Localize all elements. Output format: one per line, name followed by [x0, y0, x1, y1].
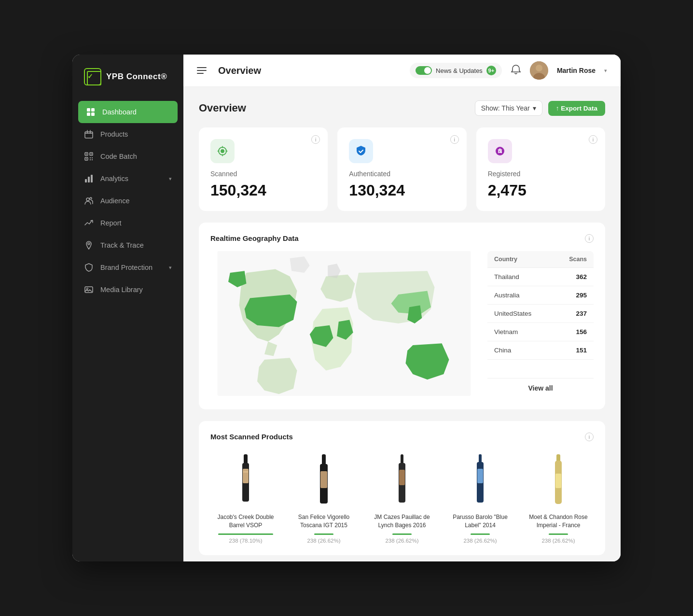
geo-title: Realtime Geography Data	[210, 234, 594, 242]
svg-rect-36	[479, 454, 482, 463]
product-bar	[392, 533, 411, 535]
stat-value: 150,324	[210, 182, 316, 199]
grid-icon	[86, 107, 96, 117]
avatar	[530, 61, 548, 80]
logo: YPB Connect®	[72, 55, 183, 97]
product-stats: 238 (26.62%)	[541, 538, 575, 544]
auth-icon-wrap	[349, 139, 373, 163]
product-stats: 238 (26.62%)	[463, 538, 497, 544]
info-icon: i	[311, 135, 320, 144]
svg-rect-8	[86, 154, 87, 154]
product-image	[317, 449, 331, 507]
svg-rect-33	[401, 454, 403, 464]
product-stats: 238 (26.62%)	[307, 538, 340, 544]
users-icon	[84, 196, 94, 206]
svg-rect-2	[87, 112, 90, 116]
scan-icon-wrap	[210, 139, 235, 163]
sidebar-item-label: Products	[100, 130, 128, 138]
stat-label: Scanned	[210, 170, 316, 178]
sidebar-item-label: Audience	[100, 197, 129, 205]
most-scanned-section: i Most Scanned Products Jacob's Cre	[199, 421, 605, 555]
svg-rect-28	[243, 469, 249, 483]
sidebar-item-audience[interactable]: Audience	[72, 190, 183, 212]
product-name: Parusso Barolo "Blue Label" 2014	[445, 513, 515, 530]
product-image	[238, 449, 253, 507]
svg-rect-39	[556, 454, 560, 462]
table-row: Vietnam 156	[487, 323, 594, 341]
svg-rect-13	[91, 175, 93, 182]
svg-rect-32	[320, 471, 327, 488]
world-map	[210, 251, 478, 398]
content-area: Overview Show: This Year ▾ ↑ Export Data…	[183, 87, 621, 561]
chevron-down-icon: ▾	[533, 104, 536, 112]
product-name: JM Cazes Pauillac de Lynch Bages 2016	[367, 513, 437, 530]
topbar: Overview News & Updates 9+	[183, 55, 621, 87]
svg-point-14	[86, 198, 89, 201]
svg-rect-30	[322, 454, 326, 465]
info-icon: i	[589, 135, 597, 144]
svg-rect-12	[88, 177, 90, 182]
news-badge: 9+	[486, 66, 496, 75]
product-image	[552, 449, 565, 507]
stat-card-registered: i Registered 2,475	[476, 127, 605, 211]
stat-card-authenticated: i Authenticated 130,324	[337, 127, 466, 211]
page-title: Overview	[218, 65, 402, 76]
export-button[interactable]: ↑ Export Data	[548, 101, 605, 116]
logo-icon	[84, 68, 101, 85]
topbar-right: News & Updates 9+ Martin Ros	[410, 61, 607, 80]
product-image	[395, 449, 409, 507]
product-card: Jacob's Creek Double Barrel VSOP 238 (78…	[210, 449, 281, 544]
sidebar-item-dashboard[interactable]: Dashboard	[78, 101, 178, 123]
sidebar-item-label: Code Batch	[100, 153, 137, 160]
stat-label: Authenticated	[349, 170, 455, 178]
reg-icon-wrap	[488, 139, 512, 163]
user-menu-chevron[interactable]: ▾	[604, 68, 607, 74]
bell-icon[interactable]	[511, 64, 521, 77]
svg-rect-29	[243, 471, 248, 473]
chart-icon	[84, 174, 94, 183]
show-selector[interactable]: Show: This Year ▾	[475, 100, 542, 116]
sidebar-item-code-batch[interactable]: Code Batch	[72, 145, 183, 168]
overview-title: Overview	[199, 102, 246, 114]
product-bar	[314, 533, 333, 535]
sidebar-item-label: Media Library	[100, 286, 143, 294]
product-card: Parusso Barolo "Blue Label" 2014 238 (26…	[445, 449, 515, 544]
sidebar-item-label: Report	[100, 219, 122, 227]
product-name: San Felice Vigorello Toscana IGT 2015	[289, 513, 359, 530]
sidebar-item-products[interactable]: Products	[72, 123, 183, 145]
product-card: Moet & Chandon Rose Imperial - France 23…	[523, 449, 594, 544]
qr-icon	[84, 152, 94, 161]
user-name: Martin Rose	[557, 67, 596, 74]
sidebar-item-analytics[interactable]: Analytics ▾	[72, 168, 183, 190]
product-name: Moet & Chandon Rose Imperial - France	[523, 513, 594, 530]
sidebar-item-brand-protection[interactable]: Brand Protection ▾	[72, 256, 183, 279]
svg-point-15	[90, 197, 92, 199]
stat-card-scanned: i Scanned 150,324	[199, 127, 328, 211]
menu-icon[interactable]	[197, 67, 207, 74]
product-card: San Felice Vigorello Toscana IGT 2015 23…	[289, 449, 359, 544]
product-bar	[218, 533, 273, 535]
map-svg	[210, 251, 478, 396]
most-scanned-title: Most Scanned Products	[210, 433, 594, 441]
sidebar-nav: Dashboard Products	[72, 97, 183, 561]
logo-text: YPB Connect®	[106, 72, 167, 82]
product-stats: 238 (26.62%)	[385, 538, 418, 544]
toggle-switch[interactable]	[416, 66, 432, 75]
sidebar-item-report[interactable]: Report	[72, 212, 183, 234]
geo-table: Country Scans Thailand 362 Australia 295	[487, 251, 594, 398]
sidebar-item-media-library[interactable]: Media Library	[72, 279, 183, 301]
svg-point-20	[536, 65, 542, 71]
news-toggle[interactable]: News & Updates 9+	[410, 63, 502, 78]
svg-rect-10	[86, 158, 87, 159]
view-all-button[interactable]: View all	[487, 378, 594, 398]
product-bar	[471, 533, 489, 535]
sidebar: YPB Connect® Dashboard	[72, 55, 183, 561]
table-row: UnitedStates 237	[487, 305, 594, 323]
sidebar-item-track-trace[interactable]: Track & Trace	[72, 234, 183, 256]
trending-icon	[84, 218, 94, 228]
main-content: Overview News & Updates 9+	[183, 55, 621, 561]
stat-value: 2,475	[488, 182, 594, 199]
sidebar-item-label: Analytics	[100, 175, 128, 182]
geo-section: i Realtime Geography Data	[199, 223, 605, 409]
stat-label: Registered	[488, 170, 594, 178]
